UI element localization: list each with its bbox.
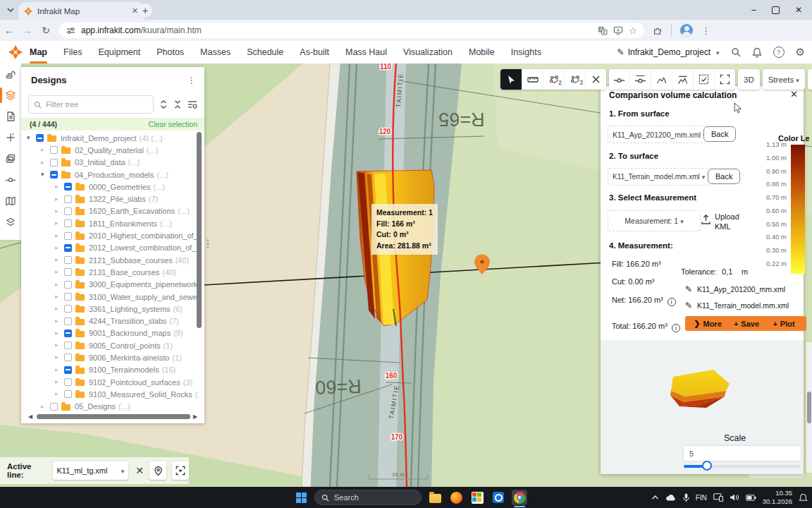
- edit-icon[interactable]: [685, 301, 692, 310]
- filter-tree-input[interactable]: Filter tree: [28, 95, 154, 114]
- tree-expander-icon[interactable]: [41, 159, 49, 166]
- nav-menu-item[interactable]: Insights: [511, 41, 541, 64]
- search-icon[interactable]: [731, 47, 741, 57]
- measure-area-2d-button[interactable]: 2: [543, 69, 564, 90]
- tree-checkbox[interactable]: [64, 219, 72, 227]
- nav-menu-item[interactable]: Masses: [200, 41, 230, 64]
- tree-row[interactable]: 9005_Control_points (1): [21, 339, 199, 351]
- tree-row[interactable]: 1322_Pile_slabs (7): [21, 193, 199, 205]
- settings-gear-icon[interactable]: ⚙: [796, 46, 805, 59]
- tree-checkbox[interactable]: [64, 195, 72, 203]
- active-line-select[interactable]: K11_ml_tg.xml: [53, 461, 129, 480]
- tree-checkbox[interactable]: [64, 329, 72, 337]
- tree-row[interactable]: 9102_Pointcloud_surfaces (3): [21, 376, 199, 388]
- info-icon[interactable]: [672, 324, 680, 332]
- tree-expander-icon[interactable]: [55, 257, 63, 263]
- toolbar-more-icon[interactable]: ⋮: [808, 69, 812, 90]
- nav-menu-item[interactable]: Photos: [156, 41, 184, 64]
- 3d-view-button[interactable]: 3D: [738, 69, 760, 90]
- select-cursor-button[interactable]: [500, 69, 522, 90]
- tree-row[interactable]: 9103_Measured_Solid_Rocks (1): [21, 388, 199, 400]
- fit-view-button[interactable]: [714, 69, 735, 90]
- speaker-icon[interactable]: [730, 493, 739, 502]
- tree-row[interactable]: 9100_Terrainmodels (16): [21, 364, 199, 376]
- tree-row[interactable]: Infrakit_Demo_project (4) (...): [21, 132, 199, 144]
- window-restore-button[interactable]: [772, 6, 780, 14]
- profile-avatar[interactable]: [680, 24, 693, 37]
- tree-expander-icon[interactable]: [55, 379, 63, 385]
- tree-row[interactable]: 3000_Equipments_pipenetworks (1): [21, 279, 199, 291]
- microsoft-app-icon[interactable]: [469, 490, 485, 505]
- window-minimize-button[interactable]: –: [751, 5, 756, 15]
- tab-search-chevron-icon[interactable]: [6, 6, 16, 14]
- notification-center-icon[interactable]: [799, 493, 808, 502]
- tree-expander-icon[interactable]: [55, 269, 63, 275]
- clear-selection-link[interactable]: Clear selection: [149, 120, 197, 128]
- firefox-icon[interactable]: [448, 490, 464, 505]
- edit-project-icon[interactable]: [617, 47, 625, 57]
- tree-checkbox[interactable]: [64, 390, 72, 398]
- cross-section-line-button[interactable]: [629, 69, 651, 90]
- tree-expander-icon[interactable]: [55, 306, 63, 312]
- chrome-icon[interactable]: [512, 490, 527, 505]
- from-back-button[interactable]: Back: [703, 126, 736, 142]
- panel-resize-handle[interactable]: •••: [207, 238, 209, 249]
- cross-section-view-button[interactable]: [609, 69, 629, 90]
- to-back-button[interactable]: Back: [708, 169, 740, 184]
- equipment-tool-icon[interactable]: [0, 64, 21, 85]
- tree-checkbox[interactable]: [64, 353, 72, 361]
- tree-row[interactable]: 03_Initial_data (...): [21, 157, 199, 169]
- browser-menu-icon[interactable]: ⋮: [701, 25, 710, 36]
- help-icon[interactable]: ?: [773, 47, 785, 58]
- measure-area-3d-button[interactable]: 3: [564, 69, 585, 90]
- tree-checkbox[interactable]: [50, 403, 58, 411]
- translate-icon[interactable]: A: [598, 26, 608, 35]
- tree-row[interactable]: 04_Production_models (...): [21, 169, 199, 181]
- map-views-tool-icon[interactable]: [0, 190, 21, 212]
- panel-scrollbar-thumb[interactable]: [807, 392, 811, 423]
- tree-row[interactable]: 02_Quality_material (...): [21, 144, 199, 156]
- site-controls-icon[interactable]: [66, 26, 75, 35]
- clear-active-line-icon[interactable]: ✕: [135, 465, 144, 476]
- taskbar-search[interactable]: Search: [314, 490, 422, 505]
- tree-row[interactable]: 2010_Highest_combination_of_surfcae (42): [21, 229, 199, 241]
- tree-expander-icon[interactable]: [55, 342, 63, 349]
- to-surface-select[interactable]: K11_Terrain_model.mm.xml: [608, 168, 710, 186]
- coordinates-tool-icon[interactable]: [0, 127, 21, 148]
- tree-row[interactable]: 3100_Water_supply_and_sewerage (...): [21, 291, 199, 303]
- from-file-row[interactable]: K11_Ayp_201200_mm.xml: [685, 284, 785, 294]
- plot-button[interactable]: +Plot: [761, 316, 806, 331]
- tree-row[interactable]: 2131_Base_courses (40): [21, 266, 199, 278]
- tree-row[interactable]: 1620_Earth_Excavations (...): [21, 205, 199, 217]
- tree-row[interactable]: 2121_Subbase_courses (40): [21, 254, 199, 266]
- nav-menu-item[interactable]: Files: [63, 41, 82, 64]
- outlook-icon[interactable]: [491, 490, 506, 505]
- tree-expander-icon[interactable]: [27, 135, 35, 141]
- profile-view-button[interactable]: [651, 69, 672, 90]
- clear-measurement-button[interactable]: [585, 69, 606, 90]
- cross-section-tool-icon[interactable]: [0, 169, 21, 190]
- tree-expander-icon[interactable]: [55, 294, 63, 300]
- window-close-button[interactable]: ✕: [795, 5, 802, 15]
- tree-checkbox[interactable]: [64, 183, 72, 190]
- onedrive-cloud-icon[interactable]: [665, 494, 677, 502]
- refresh-button[interactable]: ↻: [37, 25, 55, 36]
- info-icon[interactable]: [668, 298, 676, 306]
- tray-expand-icon[interactable]: [651, 495, 659, 500]
- basemap-selector[interactable]: Streets: [763, 69, 805, 90]
- notifications-bell-icon[interactable]: [752, 47, 762, 58]
- select-region-button[interactable]: [693, 69, 714, 90]
- tree-checkbox[interactable]: [64, 256, 72, 264]
- tree-checkbox[interactable]: [50, 146, 58, 154]
- scale-input[interactable]: 5: [684, 446, 801, 461]
- surfaces-tool-icon[interactable]: [0, 212, 21, 233]
- url-bar[interactable]: app.infrakit.com/kuura/main.htm A ☆: [59, 23, 644, 38]
- tree-row[interactable]: 1811_Enbankments (...): [21, 217, 199, 229]
- tree-row[interactable]: 2012_Lowest_combination_of_surface (43): [21, 242, 199, 254]
- tolerance-input[interactable]: 0,1: [722, 267, 739, 276]
- collapse-all-icon[interactable]: [173, 99, 182, 109]
- tree-row[interactable]: 9006_Merkinta-aineisto (1): [21, 351, 199, 363]
- tree-checkbox[interactable]: [64, 305, 72, 313]
- tree-expander-icon[interactable]: [55, 196, 63, 202]
- forward-button[interactable]: →: [18, 25, 37, 36]
